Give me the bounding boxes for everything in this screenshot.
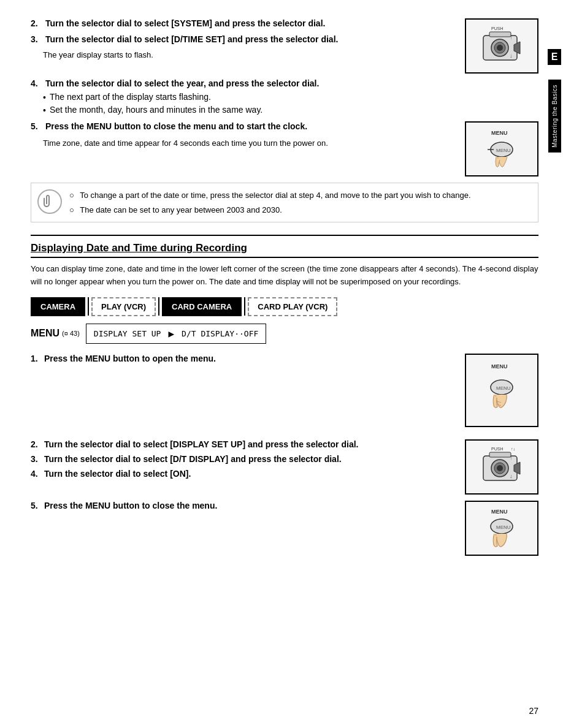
menu-image-3: MENU MENU <box>465 501 538 556</box>
menu-image-2: MENU MENU <box>465 354 538 427</box>
lower-step-2-number: 2. <box>31 439 42 449</box>
menu-image-1: MENU MENU <box>465 121 538 176</box>
lower-step-4: 4. Turn the selector dial to select [ON]… <box>31 469 453 479</box>
camera-dial-box-2: PUSH ↑↓ ↑ ↓ <box>465 439 538 495</box>
lower-step-2-label: Turn the selector dial to select [DISPLA… <box>44 439 358 449</box>
step-3-text: Turn the selector dial to select [D/TIME… <box>45 34 453 44</box>
lower-step-5: 5. Press the MENU button to close the me… <box>31 501 453 510</box>
lower-step-4-label: Turn the selector dial to select [ON]. <box>44 469 191 479</box>
note-line-2: ○ The date can be set to any year betwee… <box>69 204 471 216</box>
step-5-text-area: 5. Press the MENU button to close the me… <box>31 121 453 176</box>
svg-text:PUSH: PUSH <box>491 26 503 31</box>
e-badge: E <box>548 49 562 65</box>
tab-play-vcr[interactable]: PLAY (VCR) <box>91 297 156 316</box>
bullet-icon-2: • <box>43 105 46 115</box>
note-line-2-text: The date can be set to any year between … <box>80 205 282 214</box>
camera-dial-image: PUSH ↑ ↓ <box>465 18 538 74</box>
menu-bar-row: MENU (¤ 43) DISPLAY SET UP ▶ D/T DISPLAY… <box>31 324 538 344</box>
note-after-3: The year display starts to flash. <box>43 50 453 59</box>
step-3-number: 3. <box>31 34 43 44</box>
step-4-sub1-text: The next part of the display starts flas… <box>50 92 211 102</box>
lower-step-1-section: 1. Press the MENU button to open the men… <box>31 354 538 427</box>
lower-step-5-text: 5. Press the MENU button to close the me… <box>31 501 453 556</box>
tab-card-camera[interactable]: CARD CAMERA <box>162 297 242 316</box>
page-number: 27 <box>529 706 538 716</box>
menu-display-set-up: DISPLAY SET UP <box>94 329 161 338</box>
section-intro: You can display time zone, date and time… <box>31 263 538 289</box>
step-5-note: Time zone, date and time appear for 4 se… <box>43 137 453 150</box>
lower-step-3-label: Turn the selector dial to select [D/T DI… <box>44 454 342 464</box>
circle-bullet-2: ○ <box>69 205 74 214</box>
menu-label: MENU <box>31 328 59 339</box>
svg-text:MENU: MENU <box>491 363 508 370</box>
lower-step-1-label: Press the MENU button to open the menu. <box>44 354 216 363</box>
menu-svg-3: MENU MENU <box>474 505 529 551</box>
lower-step-5-label: Press the MENU button to close the menu. <box>44 501 217 510</box>
lower-step-1-text: 1. Press the MENU button to open the men… <box>31 354 453 427</box>
tab-divider-1 <box>88 297 89 316</box>
mastering-label: Mastering the Basics <box>548 80 561 153</box>
menu-svg-1: MENU MENU <box>474 126 529 172</box>
svg-text:MENU: MENU <box>496 385 511 391</box>
step-5-section: 5. Press the MENU button to close the me… <box>31 121 538 176</box>
lower-step-5-section: 5. Press the MENU button to close the me… <box>31 501 538 556</box>
tab-card-play-vcr[interactable]: CARD PLAY (VCR) <box>248 297 337 316</box>
step-4-sub2: • Set the month, day, hours and minutes … <box>43 105 538 115</box>
bullet-icon: • <box>43 93 46 102</box>
lower-step-3: 3. Turn the selector dial to select [D/T… <box>31 454 453 464</box>
tab-row: CAMERA PLAY (VCR) CARD CAMERA CARD PLAY … <box>31 297 538 316</box>
step-4-number: 4. <box>31 78 43 88</box>
svg-text:MENU: MENU <box>491 130 508 136</box>
svg-rect-4 <box>489 32 511 37</box>
note-text: ○ To change a part of the date or time, … <box>69 189 471 216</box>
menu-button-image-2: MENU MENU <box>465 354 538 427</box>
svg-text:↑↓: ↑↓ <box>511 447 515 451</box>
camera-dial-svg-2: PUSH ↑↓ ↑ ↓ <box>474 444 529 490</box>
tab-divider-3 <box>244 297 245 316</box>
svg-point-19 <box>497 465 503 471</box>
svg-rect-20 <box>489 452 511 457</box>
note-line-1: ○ To change a part of the date or time, … <box>69 189 471 202</box>
note-box: ○ To change a part of the date or time, … <box>31 183 538 222</box>
step-4: 4. Turn the selector dial to select the … <box>31 78 538 88</box>
step-4-sub1: • The next part of the display starts fl… <box>43 92 538 102</box>
svg-text:↓: ↓ <box>510 473 513 479</box>
lower-step-2-3-text: 2. Turn the selector dial to select [DIS… <box>31 439 453 495</box>
svg-text:↑: ↑ <box>510 455 513 461</box>
section-heading: Displaying Date and Time during Recordin… <box>31 242 538 258</box>
svg-text:MENU: MENU <box>491 509 508 515</box>
step-5-text: Press the MENU button to close the menu … <box>45 121 453 131</box>
step-2-number: 2. <box>31 18 43 28</box>
lower-step-1-number: 1. <box>31 354 42 363</box>
menu-button-image-1: MENU MENU <box>465 121 538 176</box>
menu-ref: (¤ 43) <box>62 330 80 337</box>
note-icon <box>37 189 62 214</box>
lower-step-1: 1. Press the MENU button to open the men… <box>31 354 453 363</box>
menu-arrow-icon: ▶ <box>168 328 174 339</box>
menu-button-image-3: MENU MENU <box>465 501 538 556</box>
svg-point-3 <box>497 45 503 51</box>
top-section: 2. Turn the selector dial to select [SYS… <box>31 18 538 74</box>
step-2: 2. Turn the selector dial to select [SYS… <box>31 18 453 28</box>
svg-text:PUSH: PUSH <box>491 447 503 451</box>
svg-text:MENU: MENU <box>496 525 511 530</box>
lower-step-2-3-section: 2. Turn the selector dial to select [DIS… <box>31 439 538 495</box>
step-5: 5. Press the MENU button to close the me… <box>31 121 453 131</box>
note-line-1-text: To change a part of the date or time, pr… <box>80 191 470 200</box>
clip-icon <box>42 194 57 209</box>
tab-divider-2 <box>158 297 159 316</box>
sidebar: E Mastering the Basics <box>546 49 563 153</box>
top-steps: 2. Turn the selector dial to select [SYS… <box>31 18 453 74</box>
step-4-text: Turn the selector dial to select the yea… <box>45 78 538 88</box>
camera-dial-svg: PUSH ↑ ↓ <box>474 23 529 69</box>
svg-text:↑: ↑ <box>510 34 513 40</box>
lower-step-3-number: 3. <box>31 454 42 464</box>
tab-camera[interactable]: CAMERA <box>31 297 85 316</box>
step-4-sub2-text: Set the month, day, hours and minutes in… <box>50 105 262 115</box>
lower-step-4-number: 4. <box>31 469 42 479</box>
circle-bullet-1: ○ <box>69 191 74 200</box>
menu-svg-2: MENU MENU <box>474 360 529 421</box>
menu-display: DISPLAY SET UP ▶ D/T DISPLAY··OFF <box>86 324 266 344</box>
step-3: 3. Turn the selector dial to select [D/T… <box>31 34 453 44</box>
top-camera-image: PUSH ↑ ↓ <box>465 18 538 74</box>
